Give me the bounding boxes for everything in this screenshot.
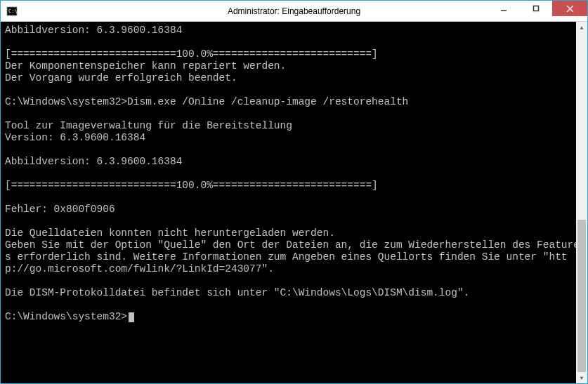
terminal-line: Abbildversion: 6.3.9600.16384 [5,156,182,167]
window-controls [488,1,587,21]
scroll-up-arrow-icon[interactable]: ▲ [576,22,587,33]
terminal-line: Der Komponentenspeicher kann repariert w… [5,60,286,72]
scroll-track[interactable] [576,33,587,372]
scroll-down-arrow-icon[interactable]: ▼ [576,372,587,383]
terminal-prompt: C:\Windows\system32> [5,311,127,322]
vertical-scrollbar[interactable]: ▲ ▼ [576,22,587,383]
minimize-button[interactable] [488,1,520,16]
scroll-thumb[interactable] [577,220,586,372]
terminal-line: Abbildversion: 6.3.9600.16384 [5,25,182,36]
terminal-line: Die Quelldateien konnten nicht herunterg… [5,227,335,239]
close-button[interactable] [552,1,587,16]
terminal-line: Geben Sie mit der Option "Quelle" den Or… [5,239,580,274]
terminal-line: Die DISM-Protokolldatei befindet sich un… [5,287,469,298]
command-prompt-window: C:\ Administrator: Eingabeaufforderung A… [0,0,588,384]
terminal-line: [===========================100.0%======… [5,180,384,191]
terminal-output[interactable]: Abbildversion: 6.3.9600.16384 [=========… [1,22,587,383]
cmd-icon: C:\ [6,6,18,17]
terminal-line: Tool zur Imageverwaltung für die Bereits… [5,120,292,131]
terminal-line: [===========================100.0%======… [5,48,384,60]
terminal-line: Der Vorgang wurde erfolgreich beendet. [5,72,237,84]
terminal-line: Fehler: 0x800f0906 [5,204,115,215]
titlebar[interactable]: C:\ Administrator: Eingabeaufforderung [1,1,587,22]
cursor-icon [129,312,134,322]
terminal-line: C:\Windows\system32>Dism.exe /Online /cl… [5,96,408,107]
maximize-button[interactable] [520,1,552,16]
svg-text:C:\: C:\ [8,8,18,14]
terminal-line: Version: 6.3.9600.16384 [5,132,145,143]
svg-rect-3 [534,6,539,11]
